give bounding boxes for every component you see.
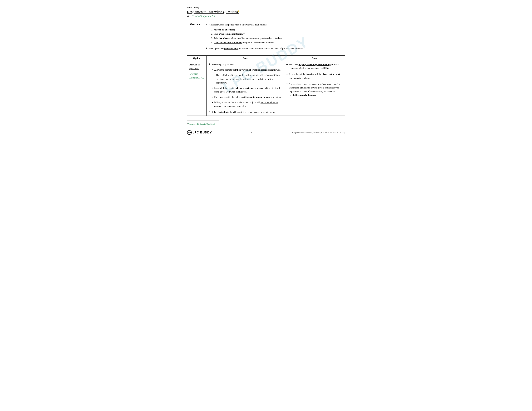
pros-cell: ❖ Answering all questions: ➤ Allows the … [207,61,284,116]
logo-text: LPC BUDDY [192,131,212,134]
logo-area: LP LPC BUDDY [187,130,212,135]
pros-arrow-1-sym: ➤ [212,68,213,72]
footnote-number: 1 [187,122,188,124]
pros-sq-1-sym: ▪ [215,73,215,76]
footer-right-text: Responses to Interview Questions | 1 | v… [292,131,345,134]
overview-option-2: Give a “no comment interview”; [214,32,342,36]
footnote-link[interactable]: Workshop 13, Task 2, Question 1 [188,123,215,125]
page-title: Responses to Interview Questions1 [187,10,345,14]
cons-diamond-3-sym: ❖ [286,83,288,86]
title-superscript: 1 [238,10,239,12]
overview-intro: A suspect whom the police wish to interv… [209,23,267,27]
pros-arrow-2-sym: ➤ [212,86,213,90]
col-header-cons: Cons [284,56,345,61]
page-number: 22 [251,131,253,134]
cons-diamond-1-sym: ❖ [286,63,288,66]
pros-diamond-footer-text: If the client admits the offence, it is … [211,110,275,114]
option-label: Answer all questions. [190,63,204,70]
pros-section: ❖ Answering all questions: ➤ Allows the … [209,63,282,114]
svg-text:LP: LP [188,131,191,134]
cons-3-text: A suspect who comes across as being conf… [289,82,342,97]
copyright-text: © LPC Buddy [187,6,345,9]
subtitle-diamond: ❖ [187,15,189,18]
option-link[interactable]: Criminal Litigation, 5.4.2 [190,73,204,79]
pros-intro: Answering all questions: [211,63,234,66]
logo-icon: LP [187,130,192,135]
overview-option-4: Hand in a written statement and give a “… [214,40,342,45]
title-text: Responses to Interview Questions [187,10,238,14]
col-header-pros: Pros [207,56,284,61]
cons-cell: ❖ The client may say something incrimina… [284,61,345,116]
subtitle-link[interactable]: Criminal Litigation, 5.4 [192,15,215,18]
overview-option-3: Selective silence, where the client answ… [214,36,342,40]
footer-bottom: LP LPC BUDDY 22 Responses to Interview Q… [187,130,345,135]
pros-arrow-4-text: Is likely to ensure that at trial the co… [214,101,282,108]
pros-arrow-4-sym: ➤ [212,101,213,104]
cons-2-text: A recording of the interview will be pla… [289,72,342,80]
cons-section: ❖ The client may say something incrimina… [286,63,342,97]
pros-cons-table: Option Pros Cons Answer all questions. C… [187,56,345,116]
cons-diamond-2-sym: ❖ [286,73,288,76]
overview-table: Overview ❖ A suspect whom the police wis… [187,21,345,52]
overview-diamond: ❖ [206,23,208,26]
pros-diamond-footer-sym: ❖ [209,110,210,113]
overview-content: ❖ A suspect whom the police wish to inte… [203,21,345,52]
cons-1-text: The client may say something incriminati… [289,63,342,70]
pros-arrow-3-text: May even result in the police deciding n… [214,95,281,99]
overview-footer-diamond: ❖ [206,47,208,50]
overview-option-1: Answer all questions; [214,28,342,32]
footnote: 1 Workshop 13, Task 2, Question 1 [187,122,345,125]
overview-footer: Each option has pros and cons, which the… [209,47,303,50]
pros-arrow-3-sym: ➤ [212,96,213,99]
col-header-option: Option [187,56,207,61]
pros-arrow-2-text: Is useful if the client’s defence is par… [214,86,282,94]
option-cell: Answer all questions. Criminal Litigatio… [187,61,207,116]
pros-diamond-1: ❖ [209,63,210,66]
subtitle-row: ❖ Criminal Litigation, 5.4 [187,15,345,18]
footer-divider [187,121,219,121]
pros-arrow-1-text: Allows the client to put their version o… [214,68,281,72]
pros-sq-1-text: The credibility of the accused’s evidenc… [216,73,282,84]
overview-label: Overview [187,21,203,52]
